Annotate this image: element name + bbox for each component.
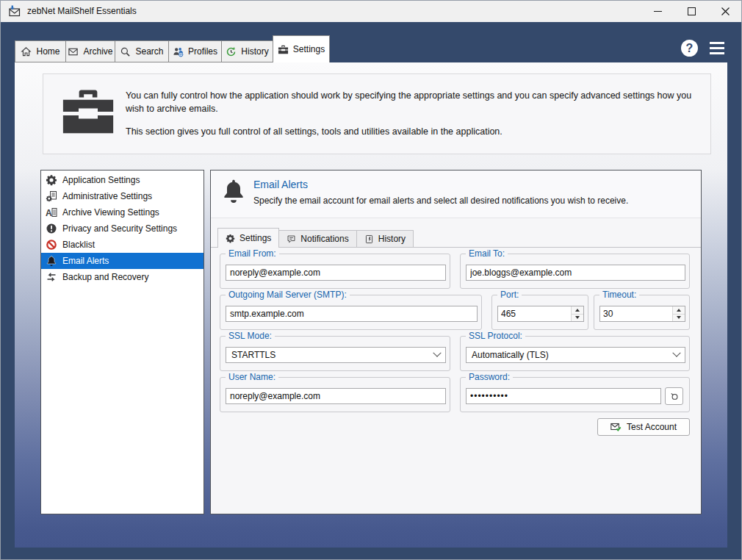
eye-icon xyxy=(669,391,680,401)
settings-category-list: Application Settings Administrative Sett… xyxy=(40,170,204,514)
maximize-button[interactable] xyxy=(674,0,708,22)
maximize-icon xyxy=(688,7,696,15)
journal-icon xyxy=(364,234,374,244)
history-icon xyxy=(226,46,237,57)
password-input[interactable] xyxy=(466,388,661,404)
minimize-icon xyxy=(654,11,662,12)
timeout-input[interactable] xyxy=(600,306,672,321)
tab-label: Search xyxy=(135,46,163,57)
sidebar-item-application-settings[interactable]: Application Settings xyxy=(41,172,203,188)
backup-arrows-icon xyxy=(46,271,57,283)
help-icon[interactable]: ? xyxy=(681,40,698,57)
subtab-notifications[interactable]: Notifications xyxy=(278,230,356,248)
email-to-group: Email To: xyxy=(460,254,690,289)
subtab-label: Notifications xyxy=(300,234,348,244)
subtab-history[interactable]: History xyxy=(356,230,414,248)
email-to-label: Email To: xyxy=(466,248,508,259)
ssl-mode-select[interactable]: STARTTLS xyxy=(226,347,446,363)
blacklist-icon xyxy=(46,239,57,251)
panel-subtitle: Specify the email account for email aler… xyxy=(253,195,628,206)
intro-box: You can fully control how the applicatio… xyxy=(43,73,711,154)
ssl-protocol-value: Automatically (TLS) xyxy=(472,350,549,360)
tab-archive[interactable]: Archive xyxy=(65,40,115,62)
sidebar-item-blacklist[interactable]: Blacklist xyxy=(41,237,203,253)
email-from-label: Email From: xyxy=(226,248,279,259)
tab-settings[interactable]: Settings xyxy=(273,35,330,62)
port-input[interactable] xyxy=(498,306,571,321)
email-alerts-panel: Email Alerts Specify the email account f… xyxy=(210,170,702,514)
email-to-input[interactable] xyxy=(466,265,685,281)
test-account-button[interactable]: Test Account xyxy=(597,418,690,436)
sidebar-item-label: Backup and Recovery xyxy=(62,272,148,282)
tab-label: Home xyxy=(36,46,60,57)
sidebar-item-label: Archive Viewing Settings xyxy=(62,207,159,218)
timeout-spin-up-button[interactable] xyxy=(673,306,685,314)
arrow-up-icon xyxy=(677,309,681,312)
arrow-down-icon xyxy=(677,316,681,319)
home-icon xyxy=(21,46,32,57)
app-icon xyxy=(8,5,21,17)
tab-profiles[interactable]: Profiles xyxy=(168,40,222,62)
ssl-protocol-select[interactable]: Automatically (TLS) xyxy=(466,347,685,363)
password-group: Password: xyxy=(460,377,690,412)
port-spinner xyxy=(571,306,583,321)
exclamation-icon xyxy=(46,223,57,234)
subtab-label: Settings xyxy=(239,233,271,243)
tab-history[interactable]: History xyxy=(221,40,273,62)
tab-search[interactable]: Search xyxy=(115,40,169,62)
subtab-bar: Settings Notifications History xyxy=(217,228,413,248)
close-icon xyxy=(721,7,730,15)
ssl-protocol-label: SSL Protocol: xyxy=(466,331,525,341)
search-icon xyxy=(120,46,131,57)
port-spin-up-button[interactable] xyxy=(572,306,583,314)
tab-label: Archive xyxy=(83,46,112,57)
user-name-group: User Name: xyxy=(220,377,450,412)
port-group: Port: xyxy=(491,295,588,330)
menu-icon[interactable] xyxy=(710,42,724,55)
email-from-input[interactable] xyxy=(226,265,446,281)
test-mail-icon xyxy=(610,423,622,432)
admin-gears-icon xyxy=(46,190,57,202)
test-account-label: Test Account xyxy=(627,422,677,432)
user-name-input[interactable] xyxy=(226,388,446,404)
sidebar-item-privacy-security-settings[interactable]: Privacy and Security Settings xyxy=(41,220,203,237)
speech-bubble-icon xyxy=(287,234,296,244)
sidebar-item-administrative-settings[interactable]: Administrative Settings xyxy=(41,188,203,204)
tab-label: Profiles xyxy=(188,46,217,57)
sidebar-item-archive-viewing-settings[interactable]: A Archive Viewing Settings xyxy=(41,204,203,220)
sidebar-item-email-alerts[interactable]: Email Alerts xyxy=(41,253,203,269)
user-name-label: User Name: xyxy=(226,372,278,382)
tab-home[interactable]: Home xyxy=(15,40,66,62)
main-panel: You can fully control how the applicatio… xyxy=(15,62,727,548)
panel-title: Email Alerts xyxy=(253,179,308,190)
main-tab-bar: Home Archive Search Profiles xyxy=(15,35,329,62)
arrow-up-icon xyxy=(575,309,580,312)
bell-large-icon xyxy=(220,176,247,206)
panel-header: Email Alerts Specify the email account f… xyxy=(211,170,701,218)
title-bar: zebNet MailShelf Essentials xyxy=(0,0,742,22)
minimize-button[interactable] xyxy=(641,0,674,22)
timeout-spin-down-button[interactable] xyxy=(673,314,685,322)
window-title: zebNet MailShelf Essentials xyxy=(27,6,137,16)
sidebar-item-backup-recovery[interactable]: Backup and Recovery xyxy=(41,269,203,285)
subtab-settings[interactable]: Settings xyxy=(217,228,279,248)
ssl-mode-label: SSL Mode: xyxy=(226,331,275,341)
close-button[interactable] xyxy=(708,0,742,22)
port-spin-down-button[interactable] xyxy=(572,314,583,322)
gear-icon xyxy=(226,234,235,243)
sidebar-item-label: Email Alerts xyxy=(62,256,109,266)
svg-text:A: A xyxy=(46,208,52,218)
smtp-server-label: Outgoing Mail Server (SMTP): xyxy=(226,290,350,300)
intro-text: You can fully control how the applicatio… xyxy=(126,89,699,148)
sidebar-item-label: Application Settings xyxy=(62,175,140,185)
reveal-password-button[interactable] xyxy=(665,387,683,405)
smtp-server-group: Outgoing Mail Server (SMTP): xyxy=(220,295,482,330)
timeout-label: Timeout: xyxy=(599,290,639,300)
gear-icon xyxy=(46,174,57,186)
sidebar-item-label: Administrative Settings xyxy=(62,191,152,201)
smtp-server-input[interactable] xyxy=(226,306,478,322)
ssl-mode-group: SSL Mode: STARTTLS xyxy=(220,336,450,371)
subtab-label: History xyxy=(378,234,406,244)
toolbox-icon xyxy=(278,45,289,54)
ssl-protocol-group: SSL Protocol: Automatically (TLS) xyxy=(460,336,690,371)
